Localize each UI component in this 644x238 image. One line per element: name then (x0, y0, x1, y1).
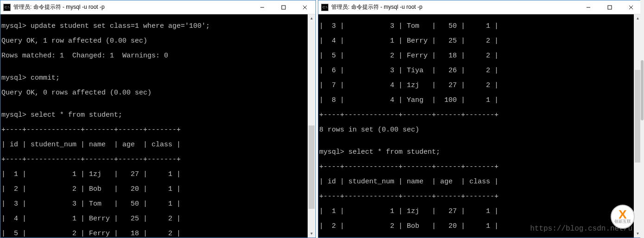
terminal-line: | id | student_num | name | age | class … (319, 178, 641, 186)
scroll-thumb[interactable] (309, 125, 315, 209)
terminal-line: | 6 | 3 | Tiya | 26 | 2 | (319, 67, 641, 75)
scrollbar[interactable]: ▲ ▼ (308, 14, 316, 238)
terminal-line: Query OK, 0 rows affected (0.00 sec) (1, 89, 315, 97)
terminal-line: | 3 | 3 | Tom | 50 | 1 | (1, 200, 315, 208)
terminal-line: mysql> update student set class=1 where … (1, 23, 315, 30)
terminal-content[interactable]: | 3 | 3 | Tom | 50 | 1 | | 4 | 1 | Berry… (318, 14, 642, 238)
terminal-line: mysql> select * from student; (1, 112, 315, 119)
cmd-icon: C:\ (321, 4, 328, 11)
maximize-button[interactable] (599, 0, 620, 14)
terminal-window-right: C:\ 管理员: 命令提示符 - mysql -u root -p | 3 | … (318, 0, 642, 238)
page-scroll-thumb[interactable] (641, 60, 644, 120)
terminal-line: +----+-------------+-------+------+-----… (319, 163, 641, 171)
terminal-line: | 8 | 4 | Yang | 100 | 1 | (319, 97, 641, 104)
terminal-line: Rows matched: 1 Changed: 1 Warnings: 0 (1, 52, 315, 60)
terminal-line: +----+-------------+-------+------+-----… (319, 112, 641, 119)
title-bar[interactable]: C:\ 管理员: 命令提示符 - mysql -u root -p (0, 0, 316, 14)
scroll-down-icon[interactable]: ▼ (308, 230, 316, 238)
terminal-line: Query OK, 1 row affected (0.00 sec) (1, 38, 315, 45)
logo-label: 创新互联 (614, 219, 631, 224)
terminal-line: +----+-------------+-------+------+-----… (1, 126, 315, 134)
terminal-line: +----+-------------+-------+------+-----… (1, 156, 315, 163)
close-button[interactable] (620, 0, 642, 14)
brand-logo: X 创新互联 (611, 205, 635, 229)
title-bar[interactable]: C:\ 管理员: 命令提示符 - mysql -u root -p (318, 0, 642, 14)
svg-rect-1 (282, 6, 285, 9)
terminal-line: | 5 | 2 | Ferry | 18 | 2 | (319, 52, 641, 60)
terminal-line: | 1 | 1 | 1zj | 27 | 1 | (319, 208, 641, 215)
maximize-button[interactable] (273, 0, 294, 14)
terminal-line: | 4 | 1 | Berry | 25 | 2 | (319, 38, 641, 45)
terminal-content[interactable]: mysql> update student set class=1 where … (0, 14, 316, 238)
terminal-line: | 2 | 2 | Bob | 20 | 1 | (1, 186, 315, 193)
terminal-line: | id | student_num | name | age | class … (1, 141, 315, 149)
logo-x-icon: X (619, 210, 626, 219)
svg-rect-5 (608, 6, 612, 9)
terminal-line: mysql> commit; (1, 75, 315, 82)
close-button[interactable] (294, 0, 316, 14)
window-title: 管理员: 命令提示符 - mysql -u root -p (331, 3, 578, 11)
window-title: 管理员: 命令提示符 - mysql -u root -p (13, 3, 252, 11)
terminal-window-left: C:\ 管理员: 命令提示符 - mysql -u root -p mysql>… (0, 0, 316, 238)
terminal-line: +----+-------------+-------+------+-----… (319, 193, 641, 200)
terminal-line: | 1 | 1 | 1zj | 27 | 1 | (1, 171, 315, 178)
minimize-button[interactable] (252, 0, 273, 14)
terminal-line: | 3 | 3 | Tom | 50 | 1 | (319, 23, 641, 30)
terminal-line: | 7 | 4 | 1zj | 27 | 2 | (319, 82, 641, 89)
minimize-button[interactable] (578, 0, 599, 14)
terminal-line: mysql> select * from student; (319, 149, 641, 156)
terminal-line: | 5 | 2 | Ferry | 18 | 2 | (1, 230, 315, 238)
terminal-line: | 4 | 1 | Berry | 25 | 2 | (1, 215, 315, 223)
terminal-line: | 2 | 2 | Bob | 20 | 1 | (319, 223, 641, 230)
scroll-up-icon[interactable]: ▲ (308, 14, 316, 22)
terminal-line: 8 rows in set (0.00 sec) (319, 126, 641, 134)
page-scrollbar[interactable] (640, 0, 644, 238)
cmd-icon: C:\ (3, 4, 11, 11)
